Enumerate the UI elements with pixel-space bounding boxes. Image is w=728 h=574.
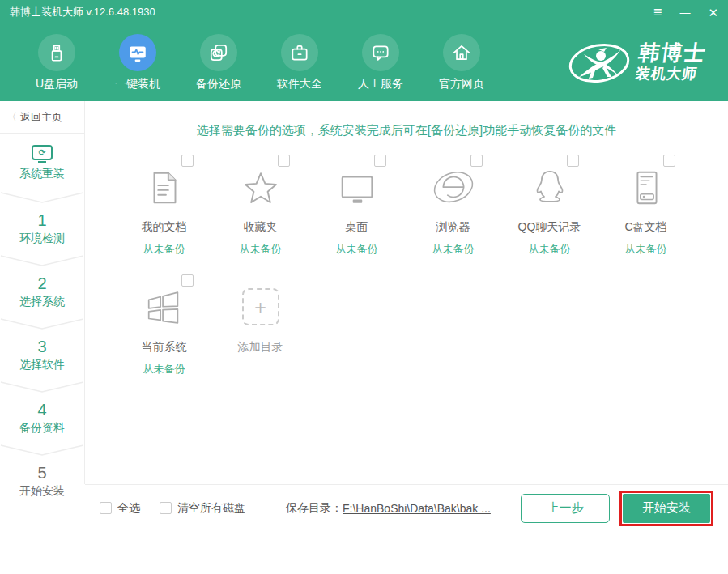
backup-item-status: 从未备份 [529, 242, 571, 257]
desktop-icon [335, 166, 379, 210]
backup-items-grid: 我的文档 从未备份 收藏夹 从未备份 [85, 158, 728, 398]
brand-subtitle: 装机大师 [634, 64, 705, 83]
sidebar-step-select-software[interactable]: 3 选择软件 [0, 331, 84, 373]
window-title: 韩博士装机大师 v.12.6.48.1930 [10, 5, 155, 19]
backup-restore-icon [208, 42, 229, 63]
backup-item-qq-chat-history[interactable]: QQ聊天记录 从未备份 [501, 158, 598, 257]
backup-item-name: 当前系统 [142, 340, 187, 355]
icon-wrap [424, 158, 483, 210]
main-content: 选择需要备份的选项，系统安装完成后可在[备份还原]功能手动恢复备份的文件 我的文… [85, 101, 728, 484]
save-directory-link[interactable]: F:\HanBoShi\Data\Bak\bak ... [343, 502, 491, 515]
sidebar-item-system-reinstall[interactable]: ⟳ 系统重装 [0, 134, 84, 184]
select-all-checkbox[interactable] [100, 502, 112, 514]
nav-item-backup-restore[interactable]: 备份还原 [178, 34, 259, 91]
start-install-button[interactable]: 开始安装 [623, 494, 710, 523]
backup-item-checkbox[interactable] [374, 155, 386, 167]
backup-item-name: 桌面 [346, 220, 368, 235]
step-label: 选择系统 [0, 295, 84, 309]
star-icon [239, 166, 283, 210]
footer-buttons: 上一步 开始安装 [521, 491, 713, 526]
icon-wrap [135, 278, 194, 330]
nav-item-usb-boot[interactable]: U盘启动 [16, 34, 97, 91]
backup-item-status: 从未备份 [143, 242, 185, 257]
clear-all-disks-checkbox-group[interactable]: 清空所有磁盘 [160, 501, 245, 516]
nav-item-software-library[interactable]: 软件大全 [259, 34, 340, 91]
menu-icon[interactable]: ≡ [653, 5, 662, 19]
clear-all-disks-label: 清空所有磁盘 [177, 501, 245, 516]
app-window: 韩博士装机大师 v.12.6.48.1930 ≡ — ✕ U盘启动 [0, 0, 728, 574]
step-chevron-divider [0, 381, 85, 393]
brand-title: 韩博士 [637, 42, 709, 64]
titlebar: 韩博士装机大师 v.12.6.48.1930 ≡ — ✕ [0, 0, 728, 24]
backup-item-name: QQ聊天记录 [518, 220, 581, 235]
backup-item-current-system[interactable]: 当前系统 从未备份 [116, 278, 212, 376]
body-area: 〈 返回主页 ⟳ 系统重装 1 环境检测 2 选择系统 [0, 101, 728, 484]
backup-item-checkbox[interactable] [470, 155, 483, 167]
usb-icon [46, 42, 67, 63]
backup-item-checkbox[interactable] [663, 155, 675, 167]
step-number: 4 [0, 401, 84, 419]
back-label: 返回主页 [20, 110, 62, 125]
nav-label: 备份还原 [196, 77, 241, 91]
step-chevron-divider [0, 318, 85, 330]
sidebar-step-environment-check[interactable]: 1 环境检测 [0, 205, 84, 247]
brand-emblem-icon [568, 41, 631, 85]
backup-item-status: 从未备份 [143, 362, 185, 376]
nav-circle [443, 34, 480, 71]
select-all-checkbox-group[interactable]: 全选 [100, 501, 140, 516]
sidebar-step-select-system[interactable]: 2 选择系统 [0, 268, 84, 310]
nav-item-official-website[interactable]: 官方网页 [421, 34, 502, 91]
backup-item-favorites[interactable]: 收藏夹 从未备份 [212, 158, 309, 257]
clear-all-disks-checkbox[interactable] [160, 502, 172, 514]
document-icon [143, 166, 186, 210]
previous-step-button[interactable]: 上一步 [521, 494, 610, 523]
backup-item-status: 从未备份 [336, 242, 378, 257]
system-reinstall-icon: ⟳ [32, 145, 53, 160]
backup-item-name: C盘文档 [624, 220, 666, 235]
nav-label: 人工服务 [358, 77, 403, 91]
red-highlight-annotation: 开始安装 [619, 491, 713, 526]
window-controls: ≡ — ✕ [653, 5, 718, 19]
step-label: 环境检测 [0, 232, 84, 246]
backup-item-checkbox[interactable] [181, 274, 194, 287]
nav-label: 一键装机 [115, 77, 160, 91]
briefcase-icon [289, 42, 310, 63]
backup-item-checkbox[interactable] [567, 155, 579, 167]
select-all-label: 全选 [117, 501, 140, 516]
backup-item-checkbox[interactable] [278, 155, 290, 167]
back-to-home-link[interactable]: 〈 返回主页 [0, 101, 84, 134]
nav-circle [119, 34, 156, 71]
sidebar-step-start-install[interactable]: 5 开始安装 [0, 457, 84, 500]
ie-browser-icon [432, 166, 475, 210]
step-number: 5 [0, 464, 84, 483]
backup-item-my-documents[interactable]: 我的文档 从未备份 [116, 158, 212, 257]
backup-item-checkbox[interactable] [181, 155, 194, 167]
nav-circle [38, 34, 75, 71]
step-chevron-divider [0, 192, 85, 203]
monitor-pulse-icon [127, 42, 148, 63]
step-number: 1 [0, 211, 84, 230]
minimize-icon[interactable]: — [679, 7, 690, 18]
close-icon[interactable]: ✕ [708, 6, 718, 19]
step-label: 开始安装 [0, 484, 84, 499]
save-directory-label: 保存目录： [286, 501, 343, 516]
backup-item-name: 浏览器 [436, 220, 470, 235]
page-title: 选择需要备份的选项，系统安装完成后可在[备份还原]功能手动恢复备份的文件 [85, 123, 728, 138]
backup-item-name: 我的文档 [142, 220, 187, 235]
nav-label: 软件大全 [277, 77, 322, 91]
chat-icon [370, 42, 391, 63]
add-directory-button[interactable]: ＋ 添加目录 [212, 278, 309, 376]
backup-item-desktop[interactable]: 桌面 从未备份 [309, 158, 405, 257]
backup-item-c-drive-documents[interactable]: C盘文档 从未备份 [598, 158, 694, 257]
icon-wrap: ＋ [232, 278, 290, 330]
backup-item-status: 从未备份 [625, 242, 667, 257]
nav-item-one-key-install[interactable]: 一键装机 [97, 34, 178, 91]
sidebar-step-backup-data[interactable]: 4 备份资料 [0, 394, 84, 436]
backup-item-browser[interactable]: 浏览器 从未备份 [405, 158, 501, 257]
c-drive-doc-icon [624, 166, 668, 210]
backup-item-name: 收藏夹 [244, 220, 278, 235]
step-label: 备份资料 [0, 421, 84, 436]
sidebar: 〈 返回主页 ⟳ 系统重装 1 环境检测 2 选择系统 [0, 101, 85, 484]
nav-item-customer-service[interactable]: 人工服务 [340, 34, 421, 91]
icon-wrap [232, 158, 290, 210]
